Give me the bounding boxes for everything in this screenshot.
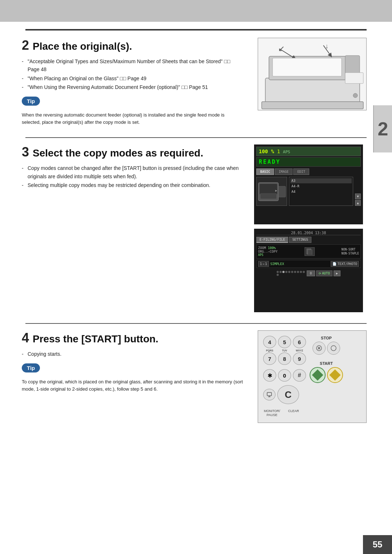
step2-bullet-2: "When Placing an Original on the Glass" …: [22, 74, 243, 82]
dot-3: [282, 271, 285, 273]
svg-rect-5: [273, 58, 342, 76]
key-6[interactable]: 6 WXYZ: [293, 336, 306, 348]
panel2-diagram: 28.01.2004 13:38 E-FILING/FILE SETTINGS …: [254, 229, 363, 312]
dot-9: [300, 271, 302, 273]
panel2-tab-efiling: E-FILING/FILE: [256, 237, 288, 243]
duplex-label: SIMPLEX: [270, 262, 284, 266]
panel1-tab-image: IMAGE: [275, 168, 293, 175]
panel1-paper-a4: A4: [290, 189, 352, 194]
stop-icon-2: [330, 345, 337, 351]
key-8[interactable]: 8: [278, 353, 291, 365]
step4-right: 4 PQRS 5 TUV 6 WXYZ: [254, 330, 370, 423]
key-c[interactable]: C: [277, 385, 299, 404]
start-btn-yellow[interactable]: [327, 367, 343, 383]
tab-number: 2: [378, 118, 388, 140]
svg-text:↙: ↙: [278, 44, 285, 53]
step2-tip-badge: Tip: [22, 97, 40, 106]
svg-rect-13: [260, 194, 277, 199]
key-6-label: WXYZ: [296, 349, 303, 352]
panel1-diagram: 100 % 1 APS READY BASIC IMAGE EDIT: [254, 144, 363, 224]
stop-btn-1[interactable]: [313, 342, 326, 355]
svg-rect-6: [345, 73, 363, 83]
key-4[interactable]: 4 PQRS: [263, 336, 276, 348]
chapter-tab: 2: [373, 105, 392, 152]
top-bar: [0, 0, 392, 22]
panel2-zero-btn[interactable]: 0: [307, 270, 315, 276]
panel1-paper-a4r: A4-R: [290, 184, 352, 189]
step3-title: Select the copy modes as required.: [33, 147, 203, 159]
key-7[interactable]: 7: [263, 353, 276, 365]
panel1-paper-a3: A3: [290, 178, 352, 183]
scanner-svg: ↙ ↓: [258, 38, 367, 110]
step2-bullets: "Acceptable Original Types and Sizes/Max…: [22, 57, 243, 91]
zoom-val: 100%: [268, 246, 276, 250]
keypad-row-789: 7 8 9: [263, 353, 306, 365]
panel1-zoom: 100 %: [259, 148, 274, 154]
step2-bullet-3: "When Using the Reversing Automatic Docu…: [22, 83, 243, 91]
sort-mode: NON-SORT: [342, 248, 359, 251]
svg-point-10: [353, 93, 358, 98]
stop-section: STOP: [310, 336, 343, 355]
step3-header: 3 Select the copy modes as required.: [22, 144, 243, 160]
top-rule: [25, 29, 367, 30]
orig-val: APS: [258, 253, 278, 257]
scroll-down-arrow[interactable]: ▲: [355, 200, 361, 206]
copier-icon-svg: ➤: [257, 177, 287, 206]
scroll-up-arrow[interactable]: ▼: [355, 194, 361, 199]
section-divider-2: [25, 323, 367, 324]
key-star[interactable]: ✱: [263, 369, 276, 382]
panel1-tab-basic: BASIC: [256, 168, 274, 175]
panel2-next-btn[interactable]: ▶: [334, 270, 340, 276]
img-mode: TEXT/PHOTO: [338, 262, 357, 266]
step2-header: 2 Place the original(s).: [22, 38, 243, 53]
auto-label: AUTO: [322, 272, 330, 275]
panel1-copies: 1: [277, 148, 280, 154]
step2-tip-body: When the reversing automatic document fe…: [22, 111, 243, 127]
svg-text:↓: ↓: [325, 42, 328, 50]
key-monitor-pause[interactable]: [263, 389, 275, 400]
key-9[interactable]: 9: [293, 353, 306, 365]
step4-bullet-1: Copying starts.: [22, 350, 243, 358]
step4-number: 4: [22, 330, 29, 346]
key-hash[interactable]: #: [293, 369, 306, 382]
step3-number: 3: [22, 144, 29, 160]
key-5[interactable]: 5 TUV: [278, 336, 291, 348]
zoom-label: ZOOM: [258, 246, 266, 250]
stop-btn-2[interactable]: [327, 342, 340, 355]
step3-right: 100 % 1 APS READY BASIC IMAGE EDIT: [254, 144, 370, 312]
panel2-datetime: 28.01.2004 13:38: [256, 231, 361, 235]
keypad-numpad: 4 PQRS 5 TUV 6 WXYZ: [263, 336, 306, 406]
step2-tip-label: Tip: [27, 98, 35, 104]
svg-rect-14: [278, 186, 286, 197]
scanner-diagram: ↙ ↓: [258, 38, 367, 110]
main-content: 2 Place the original(s). "Acceptable Ori…: [0, 38, 392, 423]
keypad-row-star0hash: ✱ 0 #: [263, 369, 306, 382]
dot-1: [277, 271, 279, 273]
svg-point-24: [331, 346, 336, 351]
stop-icon-1: [316, 345, 322, 351]
section-divider-1: [25, 137, 367, 138]
step4-left: 4 Press the [START] button. Copying star…: [22, 330, 254, 423]
step3-section: 3 Select the copy modes as required. Cop…: [22, 144, 370, 312]
step2-title: Place the original(s).: [33, 41, 132, 52]
monitor-icon: [266, 392, 272, 398]
key-0[interactable]: 0: [278, 369, 291, 382]
panel1-mode: APS: [283, 150, 290, 154]
step3-bullets: Copy modes cannot be changed after the […: [22, 164, 243, 189]
keypad-bottom-labels: MONITOR/PAUSE CLEAR: [263, 409, 361, 417]
start-btn-green[interactable]: [310, 367, 326, 383]
panel2-auto-btn[interactable]: ⟳ AUTO: [316, 270, 332, 276]
step2-number: 2: [22, 38, 29, 53]
start-diamond-green: [312, 370, 323, 381]
step3-left: 3 Select the copy modes as required. Cop…: [22, 144, 254, 312]
keypad-diagram: 4 PQRS 5 TUV 6 WXYZ: [258, 330, 367, 423]
step4-tip-body: To copy the original, which is placed on…: [22, 378, 243, 394]
monitor-label: MONITOR/PAUSE: [264, 409, 280, 417]
dot-4: [285, 271, 287, 273]
key-4-label: PQRS: [266, 349, 273, 352]
svg-rect-18: [267, 392, 271, 396]
page-number: 55: [373, 539, 383, 550]
svg-rect-17: [308, 250, 312, 255]
step2-left: 2 Place the original(s). "Acceptable Ori…: [22, 38, 254, 126]
dot-6: [291, 271, 293, 273]
